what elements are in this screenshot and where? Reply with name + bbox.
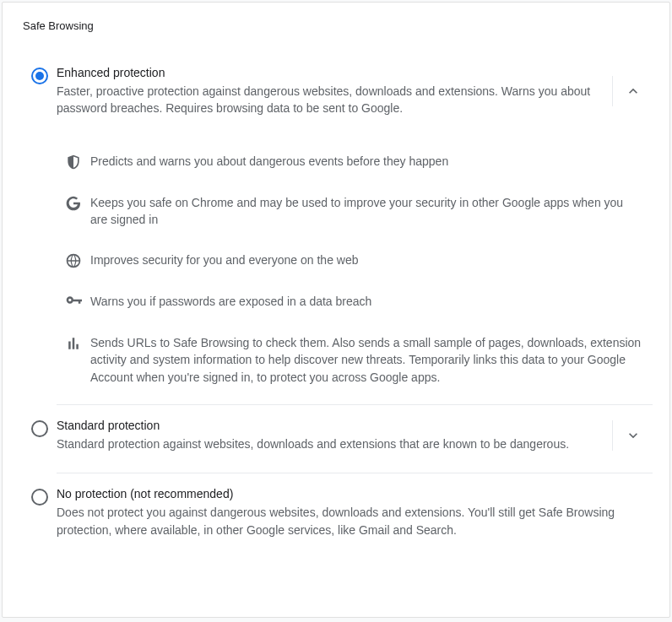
radio-wrap xyxy=(23,487,57,506)
collapse-button-enhanced[interactable] xyxy=(625,83,642,100)
option-standard-title: Standard protection xyxy=(57,419,605,432)
option-none-desc: Does not protect you against dangerous w… xyxy=(57,504,646,538)
feature-item: Improves security for you and everyone o… xyxy=(57,240,653,281)
feature-text: Keeps you safe on Chrome and may be used… xyxy=(90,194,653,229)
radio-standard[interactable] xyxy=(31,420,48,437)
feature-text: Sends URLs to Safe Browsing to check the… xyxy=(90,334,653,386)
radio-enhanced[interactable] xyxy=(31,68,48,84)
option-none-title: No protection (not recommended) xyxy=(57,487,646,500)
option-standard[interactable]: Standard protection Standard protection … xyxy=(23,405,653,466)
option-enhanced-desc: Faster, proactive protection against dan… xyxy=(57,83,605,117)
feature-text: Warns you if passwords are exposed in a … xyxy=(90,293,653,310)
key-icon xyxy=(57,293,90,311)
feature-item: Keeps you safe on Chrome and may be used… xyxy=(57,182,653,241)
safe-browsing-card: Safe Browsing Enhanced protection Faster… xyxy=(2,2,670,618)
shield-icon xyxy=(57,153,90,170)
option-text: Enhanced protection Faster, proactive pr… xyxy=(57,66,612,117)
feature-text: Predicts and warns you about dangerous e… xyxy=(90,153,653,170)
option-text: No protection (not recommended) Does not… xyxy=(57,487,653,538)
enhanced-feature-list: Predicts and warns you about dangerous e… xyxy=(57,141,653,398)
option-none[interactable]: No protection (not recommended) Does not… xyxy=(23,473,653,552)
feature-item: Warns you if passwords are exposed in a … xyxy=(57,281,653,322)
radio-wrap xyxy=(23,419,57,437)
feature-text: Improves security for you and everyone o… xyxy=(90,252,653,268)
expand-wrap-enhanced xyxy=(612,76,653,106)
radio-wrap xyxy=(23,66,57,84)
radio-none[interactable] xyxy=(31,489,48,506)
expand-wrap-standard xyxy=(612,420,653,451)
feature-item: Predicts and warns you about dangerous e… xyxy=(57,141,653,182)
chevron-up-icon xyxy=(625,83,642,100)
feature-item: Sends URLs to Safe Browsing to check the… xyxy=(57,322,653,398)
option-standard-desc: Standard protection against websites, do… xyxy=(57,435,605,452)
option-text: Standard protection Standard protection … xyxy=(57,419,612,452)
option-enhanced[interactable]: Enhanced protection Faster, proactive pr… xyxy=(23,52,653,131)
bar-chart-icon xyxy=(57,334,90,352)
google-icon xyxy=(57,194,90,212)
expand-button-standard[interactable] xyxy=(625,427,642,444)
option-enhanced-title: Enhanced protection xyxy=(57,66,605,79)
chevron-down-icon xyxy=(625,427,642,444)
section-title: Safe Browsing xyxy=(23,19,653,32)
globe-icon xyxy=(57,252,90,269)
